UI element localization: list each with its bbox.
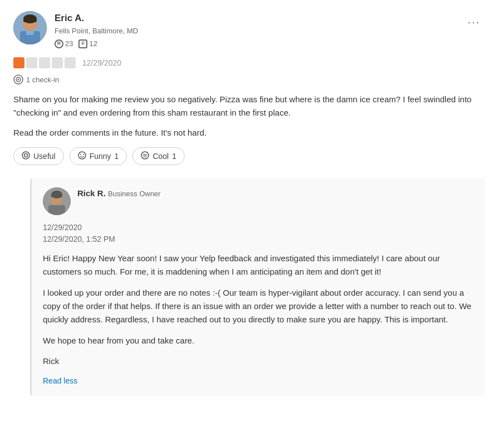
reply-owner-role: Business Owner xyxy=(108,190,161,198)
check-in-info: 1 check-in xyxy=(13,74,485,86)
review-container: Eric A. Fells Point, Baltimore, MD R 23 … xyxy=(0,0,498,407)
useful-label: Useful xyxy=(33,152,56,161)
reviewer-location: Fells Point, Baltimore, MD xyxy=(55,26,138,37)
review-text: Shame on you for making me review you so… xyxy=(13,93,485,140)
svg-point-12 xyxy=(80,154,81,155)
reviewer-avatar-image xyxy=(13,11,47,44)
reply-date-1: 12/29/2020 xyxy=(43,222,474,233)
star-2 xyxy=(26,57,37,68)
review-meta: 12/29/2020 xyxy=(13,57,485,69)
reply-dates: 12/29/2020 12/29/2020, 1:52 PM xyxy=(43,222,474,245)
read-less-link[interactable]: Read less xyxy=(43,376,77,385)
svg-rect-4 xyxy=(23,19,37,22)
star-3 xyxy=(39,57,50,68)
funny-label: Funny xyxy=(90,152,111,161)
friends-icon: F xyxy=(78,39,87,48)
check-in-text: 1 check-in xyxy=(26,74,59,86)
reply-para-2: I looked up your order and there are no … xyxy=(43,286,474,326)
svg-point-13 xyxy=(83,154,84,155)
reply-text: Hi Eric! Happy New Year soon! I saw your… xyxy=(43,252,474,347)
svg-point-17 xyxy=(146,155,147,156)
cool-button[interactable]: Cool 1 xyxy=(132,147,185,165)
star-rating xyxy=(13,57,76,68)
reply-signature: Rick xyxy=(43,355,474,368)
reply-avatar xyxy=(43,187,71,215)
reviewer-avatar xyxy=(13,11,47,44)
svg-point-8 xyxy=(18,79,19,81)
cool-count: 1 xyxy=(172,152,176,161)
funny-button[interactable]: Funny 1 xyxy=(70,147,127,165)
cool-icon xyxy=(141,151,149,161)
reviewer-header: Eric A. Fells Point, Baltimore, MD R 23 … xyxy=(13,11,485,49)
reviews-count: 23 xyxy=(65,38,73,49)
reply-date-2: 12/29/2020, 1:52 PM xyxy=(43,233,474,245)
more-options-button[interactable]: ··· xyxy=(463,11,485,32)
checkin-icon xyxy=(13,74,23,84)
review-date: 12/29/2020 xyxy=(82,57,121,69)
useful-icon xyxy=(22,151,30,161)
svg-rect-22 xyxy=(51,195,62,197)
reply-owner-name: Rick R. xyxy=(77,188,106,198)
friends-stat: F 12 xyxy=(78,38,97,49)
star-4 xyxy=(52,57,63,68)
reviewer-info: Eric A. Fells Point, Baltimore, MD R 23 … xyxy=(55,11,138,49)
star-1 xyxy=(13,57,24,68)
svg-point-16 xyxy=(144,155,145,156)
funny-icon xyxy=(78,151,86,161)
reply-header: Rick R. Business Owner xyxy=(43,187,474,215)
svg-point-11 xyxy=(78,152,86,159)
useful-button[interactable]: Useful xyxy=(13,147,64,165)
reviews-stat: R 23 xyxy=(55,38,73,49)
reviews-icon: R xyxy=(55,39,63,48)
svg-rect-19 xyxy=(48,205,65,215)
reviewer-left: Eric A. Fells Point, Baltimore, MD R 23 … xyxy=(13,11,138,49)
friends-count: 12 xyxy=(89,38,97,49)
reply-para-3: We hope to hear from you and take care. xyxy=(43,334,474,347)
business-reply: Rick R. Business Owner 12/29/2020 12/29/… xyxy=(30,178,485,396)
cool-label: Cool xyxy=(152,152,169,161)
funny-count: 1 xyxy=(115,152,119,161)
reply-para-1: Hi Eric! Happy New Year soon! I saw your… xyxy=(43,252,474,278)
star-5 xyxy=(65,57,76,68)
reply-avatar-image xyxy=(43,187,71,215)
svg-rect-5 xyxy=(26,31,34,35)
reviewer-name: Eric A. xyxy=(55,11,138,26)
reviewer-stats: R 23 F 12 xyxy=(55,38,138,49)
svg-point-9 xyxy=(22,152,29,159)
review-para-1: Shame on you for making me review you so… xyxy=(13,93,485,120)
review-para-2: Read the order comments in the future. I… xyxy=(13,126,485,140)
svg-point-10 xyxy=(24,154,28,157)
reaction-buttons: Useful Funny 1 xyxy=(13,147,485,165)
reply-info: Rick R. Business Owner xyxy=(77,187,161,200)
